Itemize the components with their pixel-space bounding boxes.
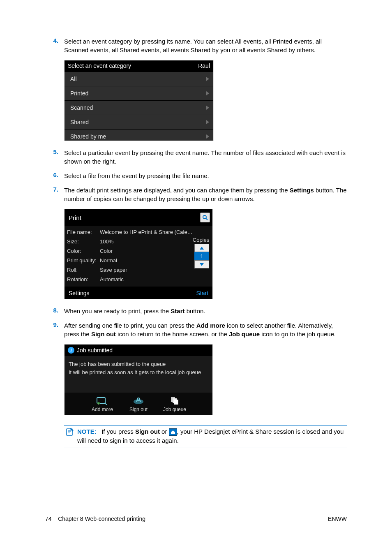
text: The default print settings are displayed…: [64, 187, 290, 194]
chevron-right-icon: [206, 134, 209, 139]
footer-lang: ENWW: [328, 516, 347, 522]
step-text: Select a particular event by pressing th…: [64, 148, 347, 166]
job-queue-icon: [167, 395, 182, 406]
step-9: 9. After sending one file to print, you …: [45, 321, 347, 338]
step-8: 8. When you are ready to print, press th…: [45, 307, 347, 315]
event-row-label: Printed: [70, 90, 88, 97]
value: Welcome to HP ePrint & Share (Cale…: [100, 229, 211, 235]
step-number: 5.: [45, 148, 64, 155]
text: or: [160, 428, 169, 435]
print-footer: Settings Start: [65, 287, 212, 299]
step-4: 4. Select an event category by pressing …: [45, 37, 347, 54]
step-text: Select a file from the event by pressing…: [64, 171, 347, 180]
screenshot-print-settings: Print File name: Welcome to HP ePrint & …: [64, 209, 213, 299]
label: Size:: [67, 238, 100, 245]
copies-label: Copies: [191, 237, 211, 243]
note-block: NOTE: If you press Sign out or , your HP…: [64, 425, 347, 448]
job-body-line1: The job has been submitted to the queue: [69, 360, 208, 368]
sign-out-icon: [131, 395, 146, 406]
text: If you press: [101, 428, 135, 435]
svg-rect-10: [174, 400, 178, 405]
print-row-size: Size: 100%: [67, 237, 191, 246]
job-body-line2: It will be printed as soon as it gets to…: [69, 368, 208, 377]
chapter-title: Chapter 8 Web-connected printing: [58, 516, 145, 522]
step-6: 6. Select a file from the event by press…: [45, 171, 347, 180]
bold-sign-out: Sign out: [135, 428, 160, 435]
step-text: When you are ready to print, press the S…: [64, 307, 347, 315]
value: Automatic: [100, 276, 191, 282]
text: After sending one file to print, you can…: [64, 322, 196, 329]
event-category-header: Select an event category Raul: [65, 60, 213, 72]
event-row-shared[interactable]: Shared: [65, 115, 213, 129]
step-7: 7. The default print settings are displa…: [45, 186, 347, 203]
add-more-icon: +: [95, 395, 110, 406]
event-row-label: All: [70, 76, 77, 82]
page-number: 74: [45, 516, 52, 522]
label: Print quality:: [67, 257, 100, 264]
copies-column: Copies 1: [191, 237, 211, 284]
settings-button[interactable]: Settings: [69, 290, 90, 296]
value: Color: [100, 248, 191, 254]
event-row-label: Shared by me: [70, 133, 106, 140]
job-queue-label: Job queue: [163, 407, 186, 412]
copies-down-button[interactable]: [194, 260, 209, 268]
chevron-right-icon: [206, 120, 209, 124]
step-number: 7.: [45, 186, 64, 193]
event-row-scanned[interactable]: Scanned: [65, 100, 213, 115]
bold-sign-out: Sign out: [91, 331, 116, 338]
step-5: 5. Select a particular event by pressing…: [45, 148, 347, 166]
print-row-file: File name: Welcome to HP ePrint & Share …: [67, 227, 211, 237]
note-icon: [64, 427, 74, 439]
bold-job-queue: Job queue: [229, 331, 260, 338]
info-icon: i: [68, 347, 74, 354]
event-row-printed[interactable]: Printed: [65, 86, 213, 100]
value: Save paper: [100, 267, 191, 273]
job-title: Job submitted: [77, 347, 113, 354]
bold-start: Start: [171, 308, 184, 314]
magnify-button[interactable]: [200, 213, 210, 222]
print-row-roll: Roll: Save paper: [67, 265, 191, 275]
job-footer: + Add more Sign out Job queue: [65, 393, 212, 415]
down-arrow-icon: [200, 263, 204, 266]
step-number: 9.: [45, 321, 64, 328]
text: icon to return to the home screen, or th…: [116, 331, 229, 338]
note-text: NOTE: If you press Sign out or , your HP…: [77, 427, 347, 445]
label: Rotation:: [67, 276, 100, 282]
screenshot-job-submitted: i Job submitted The job has been submitt…: [64, 344, 213, 415]
label: File name:: [67, 229, 100, 235]
step-text: The default print settings are displayed…: [64, 186, 347, 203]
text: button.: [185, 308, 205, 314]
value: Normal: [100, 257, 191, 264]
start-button[interactable]: Start: [196, 290, 208, 296]
copies-value: 1: [194, 252, 209, 260]
chevron-right-icon: [206, 77, 209, 81]
event-row-shared-by-me[interactable]: Shared by me: [65, 129, 213, 141]
job-queue-button[interactable]: Job queue: [161, 395, 188, 412]
footer-left: 74 Chapter 8 Web-connected printing: [45, 516, 145, 522]
sign-out-label: Sign out: [129, 407, 148, 412]
print-row-quality: Print quality: Normal: [67, 256, 191, 265]
chevron-right-icon: [206, 91, 209, 95]
magnify-icon: [202, 215, 208, 220]
sign-out-button[interactable]: Sign out: [125, 395, 152, 412]
add-more-button[interactable]: + Add more: [89, 395, 115, 412]
copies-up-button[interactable]: [194, 244, 209, 252]
chevron-right-icon: [206, 106, 209, 110]
bold-settings: Settings: [290, 187, 314, 194]
label: Color:: [67, 248, 100, 254]
step-number: 8.: [45, 307, 64, 314]
text: icon to go to the job queue.: [260, 331, 336, 338]
event-row-label: Shared: [70, 119, 89, 125]
step-number: 6.: [45, 171, 64, 178]
job-body: The job has been submitted to the queue …: [65, 356, 212, 393]
print-row-color: Color: Color: [67, 246, 191, 256]
event-category-user: Raul: [198, 62, 210, 69]
page-footer: 74 Chapter 8 Web-connected printing ENWW: [45, 516, 347, 522]
svg-point-0: [203, 215, 206, 219]
home-icon: [169, 428, 177, 436]
event-row-label: Scanned: [70, 104, 93, 111]
add-more-label: Add more: [92, 407, 113, 412]
event-row-all[interactable]: All: [65, 72, 213, 86]
bold-add-more: Add more: [196, 322, 225, 329]
step-text: Select an event category by pressing its…: [64, 37, 347, 54]
